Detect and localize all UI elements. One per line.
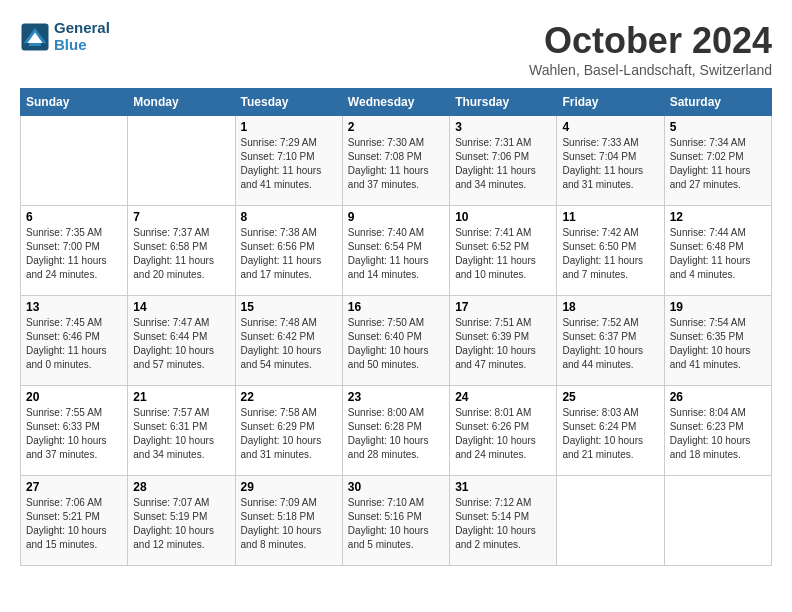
day-info: Sunrise: 7:31 AM Sunset: 7:06 PM Dayligh… [455,136,551,192]
day-info: Sunrise: 7:09 AM Sunset: 5:18 PM Dayligh… [241,496,337,552]
day-number: 7 [133,210,229,224]
day-info: Sunrise: 7:48 AM Sunset: 6:42 PM Dayligh… [241,316,337,372]
day-cell: 27Sunrise: 7:06 AM Sunset: 5:21 PM Dayli… [21,476,128,566]
day-info: Sunrise: 7:38 AM Sunset: 6:56 PM Dayligh… [241,226,337,282]
day-number: 16 [348,300,444,314]
day-number: 9 [348,210,444,224]
day-info: Sunrise: 7:51 AM Sunset: 6:39 PM Dayligh… [455,316,551,372]
day-cell [128,116,235,206]
day-cell: 24Sunrise: 8:01 AM Sunset: 6:26 PM Dayli… [450,386,557,476]
day-info: Sunrise: 7:41 AM Sunset: 6:52 PM Dayligh… [455,226,551,282]
day-cell: 11Sunrise: 7:42 AM Sunset: 6:50 PM Dayli… [557,206,664,296]
day-cell: 26Sunrise: 8:04 AM Sunset: 6:23 PM Dayli… [664,386,771,476]
day-cell: 3Sunrise: 7:31 AM Sunset: 7:06 PM Daylig… [450,116,557,206]
day-cell: 10Sunrise: 7:41 AM Sunset: 6:52 PM Dayli… [450,206,557,296]
week-row-1: 1Sunrise: 7:29 AM Sunset: 7:10 PM Daylig… [21,116,772,206]
day-cell: 18Sunrise: 7:52 AM Sunset: 6:37 PM Dayli… [557,296,664,386]
day-cell: 2Sunrise: 7:30 AM Sunset: 7:08 PM Daylig… [342,116,449,206]
day-cell: 17Sunrise: 7:51 AM Sunset: 6:39 PM Dayli… [450,296,557,386]
day-cell: 8Sunrise: 7:38 AM Sunset: 6:56 PM Daylig… [235,206,342,296]
day-number: 5 [670,120,766,134]
day-info: Sunrise: 7:34 AM Sunset: 7:02 PM Dayligh… [670,136,766,192]
day-info: Sunrise: 7:33 AM Sunset: 7:04 PM Dayligh… [562,136,658,192]
day-info: Sunrise: 8:00 AM Sunset: 6:28 PM Dayligh… [348,406,444,462]
day-info: Sunrise: 7:57 AM Sunset: 6:31 PM Dayligh… [133,406,229,462]
header-cell-monday: Monday [128,89,235,116]
day-number: 27 [26,480,122,494]
day-number: 29 [241,480,337,494]
day-number: 1 [241,120,337,134]
day-info: Sunrise: 7:40 AM Sunset: 6:54 PM Dayligh… [348,226,444,282]
day-info: Sunrise: 7:55 AM Sunset: 6:33 PM Dayligh… [26,406,122,462]
day-cell: 4Sunrise: 7:33 AM Sunset: 7:04 PM Daylig… [557,116,664,206]
page-header: General Blue October 2024 Wahlen, Basel-… [20,20,772,78]
day-cell: 23Sunrise: 8:00 AM Sunset: 6:28 PM Dayli… [342,386,449,476]
header-cell-thursday: Thursday [450,89,557,116]
header-row: SundayMondayTuesdayWednesdayThursdayFrid… [21,89,772,116]
day-number: 17 [455,300,551,314]
day-info: Sunrise: 7:58 AM Sunset: 6:29 PM Dayligh… [241,406,337,462]
day-info: Sunrise: 7:07 AM Sunset: 5:19 PM Dayligh… [133,496,229,552]
day-info: Sunrise: 7:44 AM Sunset: 6:48 PM Dayligh… [670,226,766,282]
day-number: 22 [241,390,337,404]
week-row-2: 6Sunrise: 7:35 AM Sunset: 7:00 PM Daylig… [21,206,772,296]
day-cell: 7Sunrise: 7:37 AM Sunset: 6:58 PM Daylig… [128,206,235,296]
day-number: 18 [562,300,658,314]
day-number: 30 [348,480,444,494]
day-info: Sunrise: 8:01 AM Sunset: 6:26 PM Dayligh… [455,406,551,462]
day-info: Sunrise: 7:06 AM Sunset: 5:21 PM Dayligh… [26,496,122,552]
week-row-4: 20Sunrise: 7:55 AM Sunset: 6:33 PM Dayli… [21,386,772,476]
day-cell: 9Sunrise: 7:40 AM Sunset: 6:54 PM Daylig… [342,206,449,296]
day-cell: 14Sunrise: 7:47 AM Sunset: 6:44 PM Dayli… [128,296,235,386]
title-block: October 2024 Wahlen, Basel-Landschaft, S… [529,20,772,78]
calendar-body: 1Sunrise: 7:29 AM Sunset: 7:10 PM Daylig… [21,116,772,566]
day-cell: 16Sunrise: 7:50 AM Sunset: 6:40 PM Dayli… [342,296,449,386]
day-cell: 5Sunrise: 7:34 AM Sunset: 7:02 PM Daylig… [664,116,771,206]
day-info: Sunrise: 7:52 AM Sunset: 6:37 PM Dayligh… [562,316,658,372]
month-title: October 2024 [529,20,772,62]
day-cell [557,476,664,566]
day-number: 31 [455,480,551,494]
calendar-header: SundayMondayTuesdayWednesdayThursdayFrid… [21,89,772,116]
day-number: 6 [26,210,122,224]
logo: General Blue [20,20,110,53]
day-info: Sunrise: 7:29 AM Sunset: 7:10 PM Dayligh… [241,136,337,192]
header-cell-friday: Friday [557,89,664,116]
day-info: Sunrise: 7:35 AM Sunset: 7:00 PM Dayligh… [26,226,122,282]
day-number: 20 [26,390,122,404]
day-info: Sunrise: 7:47 AM Sunset: 6:44 PM Dayligh… [133,316,229,372]
day-info: Sunrise: 8:04 AM Sunset: 6:23 PM Dayligh… [670,406,766,462]
week-row-3: 13Sunrise: 7:45 AM Sunset: 6:46 PM Dayli… [21,296,772,386]
day-info: Sunrise: 7:30 AM Sunset: 7:08 PM Dayligh… [348,136,444,192]
day-number: 2 [348,120,444,134]
day-info: Sunrise: 8:03 AM Sunset: 6:24 PM Dayligh… [562,406,658,462]
day-number: 3 [455,120,551,134]
day-number: 15 [241,300,337,314]
day-cell: 29Sunrise: 7:09 AM Sunset: 5:18 PM Dayli… [235,476,342,566]
day-info: Sunrise: 7:37 AM Sunset: 6:58 PM Dayligh… [133,226,229,282]
day-number: 25 [562,390,658,404]
day-cell: 28Sunrise: 7:07 AM Sunset: 5:19 PM Dayli… [128,476,235,566]
day-number: 26 [670,390,766,404]
day-cell: 1Sunrise: 7:29 AM Sunset: 7:10 PM Daylig… [235,116,342,206]
day-number: 13 [26,300,122,314]
calendar-table: SundayMondayTuesdayWednesdayThursdayFrid… [20,88,772,566]
header-cell-tuesday: Tuesday [235,89,342,116]
day-cell: 13Sunrise: 7:45 AM Sunset: 6:46 PM Dayli… [21,296,128,386]
day-number: 11 [562,210,658,224]
day-cell: 15Sunrise: 7:48 AM Sunset: 6:42 PM Dayli… [235,296,342,386]
day-cell: 31Sunrise: 7:12 AM Sunset: 5:14 PM Dayli… [450,476,557,566]
header-cell-wednesday: Wednesday [342,89,449,116]
day-number: 28 [133,480,229,494]
day-number: 12 [670,210,766,224]
day-info: Sunrise: 7:45 AM Sunset: 6:46 PM Dayligh… [26,316,122,372]
header-cell-sunday: Sunday [21,89,128,116]
day-info: Sunrise: 7:12 AM Sunset: 5:14 PM Dayligh… [455,496,551,552]
day-info: Sunrise: 7:50 AM Sunset: 6:40 PM Dayligh… [348,316,444,372]
day-cell: 21Sunrise: 7:57 AM Sunset: 6:31 PM Dayli… [128,386,235,476]
day-number: 14 [133,300,229,314]
logo-icon [20,22,50,52]
day-info: Sunrise: 7:10 AM Sunset: 5:16 PM Dayligh… [348,496,444,552]
day-cell: 20Sunrise: 7:55 AM Sunset: 6:33 PM Dayli… [21,386,128,476]
day-info: Sunrise: 7:42 AM Sunset: 6:50 PM Dayligh… [562,226,658,282]
